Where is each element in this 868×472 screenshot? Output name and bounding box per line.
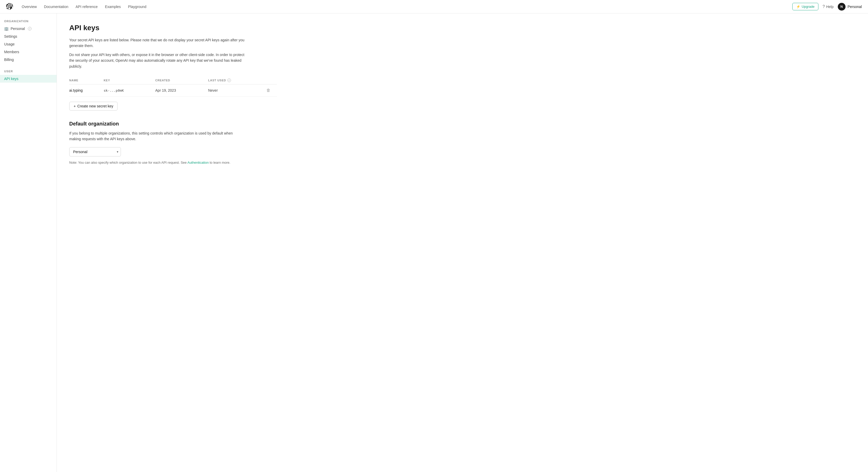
settings-label: Settings — [4, 34, 17, 38]
description-1: Your secret API keys are listed below. P… — [69, 37, 245, 49]
avatar: N — [838, 3, 845, 10]
key-value-cell: sk-...p0mK — [103, 84, 155, 96]
user-initial: N — [840, 5, 843, 8]
key-value: sk-...p0mK — [103, 89, 124, 92]
col-last-used-header: LAST USED i — [208, 76, 266, 85]
help-label: Help — [826, 5, 834, 9]
note-text: Note: You can also specify which organiz… — [69, 161, 277, 164]
openai-logo-icon — [6, 3, 13, 10]
building-icon: 🏢 — [4, 27, 8, 31]
user-name-label: Personal — [847, 5, 862, 9]
col-key-header: KEY — [103, 76, 155, 85]
upgrade-button[interactable]: ⚡ Upgrade — [792, 3, 818, 10]
org-section-title: ORGANIZATION — [0, 20, 57, 23]
create-btn-label: Create new secret key — [77, 104, 113, 108]
nav-documentation[interactable]: Documentation — [41, 3, 71, 10]
default-org-description: If you belong to multiple organizations,… — [69, 130, 240, 142]
usage-label: Usage — [4, 42, 14, 46]
note-prefix: Note: You can also specify which organiz… — [69, 161, 187, 164]
layout: ORGANIZATION 🏢 Personal i Settings Usage… — [0, 13, 868, 472]
nav-overview[interactable]: Overview — [19, 3, 40, 10]
sidebar-item-api-keys[interactable]: API keys — [0, 75, 57, 83]
sidebar-item-personal[interactable]: 🏢 Personal i — [0, 25, 57, 33]
sidebar: ORGANIZATION 🏢 Personal i Settings Usage… — [0, 13, 57, 472]
user-menu[interactable]: N Personal — [838, 3, 862, 10]
key-name-cell: ai.typing — [69, 84, 103, 96]
upgrade-label: Upgrade — [802, 5, 814, 8]
upgrade-lightning-icon: ⚡ — [796, 5, 800, 8]
description-2: Do not share your API key with others, o… — [69, 52, 245, 69]
last-used-text: LAST USED — [208, 79, 226, 82]
col-name-header: NAME — [69, 76, 103, 85]
main-content: API keys Your secret API keys are listed… — [57, 13, 289, 472]
table-row: ai.typing sk-...p0mK Apr 19, 2023 Never … — [69, 84, 277, 96]
col-actions-header — [266, 76, 277, 85]
key-created-cell: Apr 19, 2023 — [155, 84, 208, 96]
key-actions-cell: 🗑 — [266, 84, 277, 96]
api-keys-table: NAME KEY CREATED LAST USED i ai.typing — [69, 76, 277, 97]
note-suffix: to learn more. — [210, 161, 230, 164]
plus-icon: + — [74, 104, 76, 108]
sidebar-item-usage[interactable]: Usage — [0, 40, 57, 48]
user-section-title: USER — [0, 70, 57, 73]
page-title: API keys — [69, 24, 277, 32]
info-icon[interactable]: i — [28, 27, 32, 30]
org-name-label: Personal — [10, 27, 25, 31]
org-select[interactable]: Personal — [69, 147, 121, 156]
delete-key-button[interactable]: 🗑 — [266, 88, 271, 92]
nav-links: Overview Documentation API reference Exa… — [19, 3, 792, 10]
default-org-title: Default organization — [69, 121, 277, 127]
sidebar-item-settings[interactable]: Settings — [0, 33, 57, 40]
authentication-link[interactable]: Authentication — [187, 161, 209, 164]
sidebar-item-billing[interactable]: Billing — [0, 56, 57, 64]
help-circle-icon: ? — [823, 4, 825, 9]
help-button[interactable]: ? Help — [823, 4, 834, 9]
api-keys-label: API keys — [4, 77, 18, 81]
nav-right: ⚡ Upgrade ? Help N Personal — [792, 3, 862, 10]
billing-label: Billing — [4, 58, 14, 62]
last-used-info-icon[interactable]: i — [227, 78, 231, 82]
top-nav: Overview Documentation API reference Exa… — [0, 0, 868, 13]
create-secret-key-button[interactable]: + Create new secret key — [69, 102, 118, 111]
org-select-wrapper: Personal ▾ — [69, 147, 121, 156]
nav-playground[interactable]: Playground — [125, 3, 150, 10]
col-created-header: CREATED — [155, 76, 208, 85]
sidebar-item-members[interactable]: Members — [0, 48, 57, 56]
members-label: Members — [4, 50, 19, 54]
key-last-used-cell: Never — [208, 84, 266, 96]
nav-api-reference[interactable]: API reference — [72, 3, 101, 10]
nav-examples[interactable]: Examples — [102, 3, 124, 10]
